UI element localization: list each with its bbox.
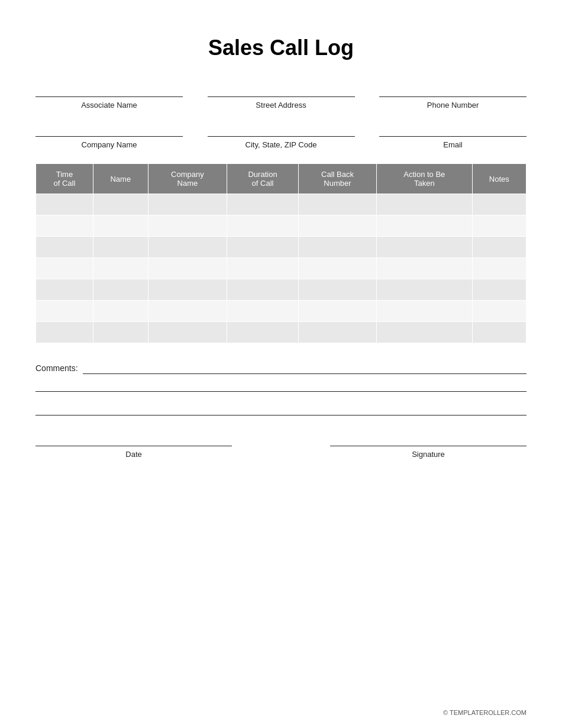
date-line	[35, 433, 232, 446]
date-field: Date	[35, 433, 232, 459]
table-cell	[36, 258, 93, 279]
associate-name-field: Associate Name	[35, 84, 183, 109]
table-cell	[36, 237, 93, 258]
city-state-zip-line	[208, 124, 355, 137]
footer-copyright: © TEMPLATEROLLER.COM	[443, 709, 527, 716]
table-row	[36, 279, 527, 301]
street-address-field: Street Address	[208, 84, 355, 109]
extra-line-2	[35, 402, 527, 415]
company-name-line	[35, 124, 183, 137]
email-line	[379, 124, 527, 137]
table-cell	[93, 194, 148, 215]
table-cell	[93, 279, 148, 301]
phone-number-label: Phone Number	[427, 101, 479, 109]
table-cell	[298, 258, 376, 279]
table-cell	[298, 301, 376, 322]
table-header-row: Time of Call Name Company Name Duration …	[36, 164, 527, 194]
comments-input-line	[83, 361, 527, 374]
signature-field: Signature	[330, 433, 527, 459]
table-row	[36, 322, 527, 343]
date-label: Date	[125, 450, 141, 459]
email-label: Email	[443, 140, 463, 149]
table-cell	[227, 301, 299, 322]
signature-line	[330, 433, 527, 446]
extra-line-1	[35, 379, 527, 392]
table-cell	[377, 258, 473, 279]
col-name: Name	[93, 164, 148, 194]
table-cell	[148, 279, 227, 301]
table-cell	[472, 194, 526, 215]
col-time-of-call: Time of Call	[36, 164, 93, 194]
table-cell	[227, 237, 299, 258]
table-cell	[298, 194, 376, 215]
table-row	[36, 301, 527, 322]
col-duration-of-call: Duration of Call	[227, 164, 299, 194]
table-cell	[36, 194, 93, 215]
city-state-zip-field: City, State, ZIP Code	[208, 124, 355, 149]
phone-number-line	[379, 84, 527, 97]
fields-row-2: Company Name City, State, ZIP Code Email	[35, 124, 527, 149]
table-cell	[93, 322, 148, 343]
comments-section: Comments:	[35, 361, 527, 415]
table-cell	[148, 194, 227, 215]
city-state-zip-label: City, State, ZIP Code	[246, 140, 317, 149]
table-cell	[377, 237, 473, 258]
table-cell	[377, 194, 473, 215]
table-cell	[227, 194, 299, 215]
table-cell	[148, 322, 227, 343]
table-cell	[472, 322, 526, 343]
table-row	[36, 237, 527, 258]
table-cell	[298, 322, 376, 343]
table-cell	[227, 258, 299, 279]
table-row	[36, 194, 527, 215]
table-cell	[227, 279, 299, 301]
footer: © TEMPLATEROLLER.COM	[443, 709, 527, 716]
street-address-line	[208, 84, 355, 97]
email-field: Email	[379, 124, 527, 149]
table-cell	[377, 301, 473, 322]
col-notes: Notes	[472, 164, 526, 194]
table-cell	[36, 301, 93, 322]
table-cell	[472, 279, 526, 301]
table-cell	[148, 301, 227, 322]
table-cell	[472, 237, 526, 258]
associate-name-line	[35, 84, 183, 97]
table-cell	[377, 279, 473, 301]
table-cell	[298, 237, 376, 258]
page-title: Sales Call Log	[35, 36, 527, 60]
col-company-name: Company Name	[148, 164, 227, 194]
table-cell	[148, 237, 227, 258]
table-cell	[472, 215, 526, 237]
col-action-to-be-taken: Action to Be Taken	[377, 164, 473, 194]
table-cell	[377, 322, 473, 343]
comments-label: Comments:	[35, 363, 78, 374]
col-call-back-number: Call Back Number	[298, 164, 376, 194]
table-row	[36, 258, 527, 279]
table-cell	[227, 322, 299, 343]
table-cell	[298, 215, 376, 237]
table-cell	[227, 215, 299, 237]
table-cell	[36, 279, 93, 301]
phone-number-field: Phone Number	[379, 84, 527, 109]
table-cell	[472, 301, 526, 322]
table-cell	[148, 258, 227, 279]
street-address-label: Street Address	[256, 101, 306, 109]
table-cell	[377, 215, 473, 237]
table-cell	[93, 237, 148, 258]
table-cell	[148, 215, 227, 237]
table-cell	[93, 215, 148, 237]
company-name-label: Company Name	[82, 140, 137, 149]
company-name-field: Company Name	[35, 124, 183, 149]
fields-row-1: Associate Name Street Address Phone Numb…	[35, 84, 527, 109]
signature-label: Signature	[412, 450, 445, 459]
signature-row: Date Signature	[35, 433, 527, 459]
associate-name-label: Associate Name	[81, 101, 137, 109]
table-row	[36, 215, 527, 237]
call-log-table-container: Time of Call Name Company Name Duration …	[35, 163, 527, 343]
table-cell	[36, 215, 93, 237]
table-cell	[36, 322, 93, 343]
table-cell	[472, 258, 526, 279]
table-cell	[93, 301, 148, 322]
table-cell	[93, 258, 148, 279]
call-log-table: Time of Call Name Company Name Duration …	[35, 163, 527, 343]
